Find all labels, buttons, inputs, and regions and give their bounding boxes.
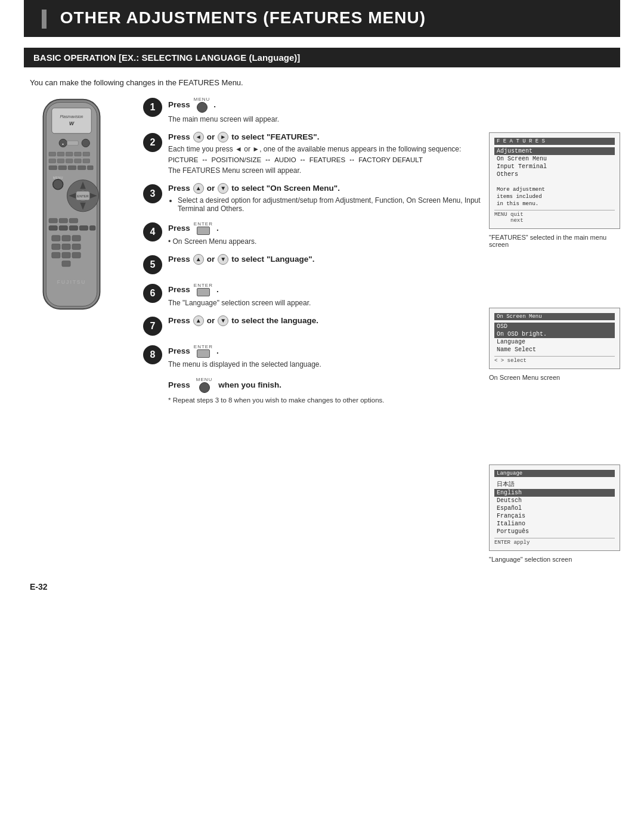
svg-rect-42 bbox=[52, 235, 60, 241]
step2-desc: Each time you press ◄ or ►, one of the a… bbox=[168, 145, 483, 153]
step1-press: Press bbox=[168, 100, 190, 109]
steps-column: 1 Press MENU . The main menu screen will… bbox=[143, 97, 489, 570]
svg-rect-40 bbox=[79, 225, 88, 230]
step-4: 4 Press ENTER . • On Screen Menu appears… bbox=[143, 221, 483, 246]
svg-rect-23 bbox=[88, 166, 94, 170]
enter-button-8: ENTER bbox=[194, 344, 213, 358]
remote-control-image: Plasmavision W ● bbox=[24, 97, 119, 323]
menu-button-final: MENU bbox=[196, 377, 213, 393]
step-6: 6 Press ENTER . The "Language" selection… bbox=[143, 283, 483, 307]
svg-rect-16 bbox=[66, 159, 73, 163]
svg-text:FUJITSU: FUJITSU bbox=[57, 278, 86, 284]
language-screen: Language 日本語 English Deutsch Español Fra… bbox=[489, 465, 620, 551]
svg-rect-14 bbox=[49, 159, 55, 163]
step3-desc: Select a desired option for adjustment/s… bbox=[168, 196, 483, 213]
svg-rect-41 bbox=[89, 225, 95, 230]
svg-point-25 bbox=[53, 179, 63, 189]
step4-desc: • On Screen Menu appears. bbox=[168, 237, 483, 246]
svg-text:Plasmavision: Plasmavision bbox=[60, 114, 83, 119]
step-5: 5 Press ▲ or ▼ to select "Language". bbox=[143, 254, 483, 274]
svg-rect-46 bbox=[62, 244, 70, 250]
sequence-line: PICTURE ↔ POSITION/SIZE ↔ AUDIO ↔ FEATUR… bbox=[168, 156, 483, 164]
svg-rect-49 bbox=[62, 252, 70, 258]
step-3: 3 Press ▲ or ▼ to select "On Screen Menu… bbox=[143, 183, 483, 213]
language-screen-caption: "Language" selection screen bbox=[489, 556, 620, 563]
svg-rect-38 bbox=[59, 225, 67, 230]
svg-rect-15 bbox=[57, 159, 64, 163]
content-layout: Plasmavision W ● bbox=[24, 97, 620, 570]
svg-rect-35 bbox=[59, 218, 67, 223]
svg-rect-17 bbox=[75, 159, 81, 163]
svg-rect-10 bbox=[57, 152, 64, 156]
svg-rect-51 bbox=[62, 261, 70, 267]
svg-rect-37 bbox=[49, 225, 57, 230]
svg-rect-20 bbox=[58, 166, 66, 170]
svg-rect-48 bbox=[52, 252, 60, 258]
arrow-right-btn-2: ► bbox=[218, 132, 228, 143]
arrow-down-btn-5: ▼ bbox=[218, 254, 228, 265]
svg-rect-44 bbox=[72, 235, 80, 241]
arrow-left-btn-2: ◄ bbox=[193, 132, 204, 143]
final-press: Press MENU when you finish. bbox=[168, 377, 483, 393]
svg-point-8 bbox=[82, 139, 89, 147]
svg-rect-34 bbox=[49, 218, 57, 223]
onscreen-screen-caption: On Screen Menu screen bbox=[489, 374, 620, 381]
svg-rect-39 bbox=[69, 225, 78, 230]
features-screen: F E A T U R E S Adjustment On Screen Men… bbox=[489, 132, 620, 229]
svg-rect-21 bbox=[68, 166, 76, 170]
enter-button-6: ENTER bbox=[194, 283, 213, 296]
remote-control-col: Plasmavision W ● bbox=[24, 97, 131, 570]
arrow-up-btn-5: ▲ bbox=[193, 254, 204, 265]
svg-rect-43 bbox=[62, 235, 70, 241]
step1-desc: The main menu screen will appear. bbox=[168, 115, 483, 123]
svg-rect-18 bbox=[83, 159, 89, 163]
arrow-down-btn-7: ▼ bbox=[218, 315, 228, 326]
section-header: BASIC OPERATION [EX.: SELECTING LANGUAGE… bbox=[24, 48, 620, 67]
screens-column: F E A T U R E S Adjustment On Screen Men… bbox=[489, 97, 620, 570]
step6-desc: The "Language" selection screen will app… bbox=[168, 299, 483, 307]
step-1: 1 Press MENU . The main menu screen will… bbox=[143, 97, 483, 123]
svg-text:W: W bbox=[69, 120, 75, 126]
svg-text:MENU: MENU bbox=[53, 175, 63, 179]
menu-button-1: MENU bbox=[194, 97, 210, 113]
main-title: OTHER ADJUSTMENTS (FEATURES MENU) bbox=[24, 0, 620, 37]
step8-desc: The menu is displayed in the selected la… bbox=[168, 360, 483, 368]
svg-rect-19 bbox=[49, 166, 57, 170]
step-2: 2 Press ◄ or ► to select "FEATURES". Eac… bbox=[143, 132, 483, 175]
arrow-up-btn-7: ▲ bbox=[193, 315, 204, 326]
onscreen-screen: On Screen Menu OSD On OSD bright. Langua… bbox=[489, 308, 620, 369]
step-7: 7 Press ▲ or ▼ to select the language. bbox=[143, 315, 483, 336]
features-screen-caption: "FEATURES" selected in the main menu scr… bbox=[489, 234, 620, 248]
svg-text:ENTER: ENTER bbox=[77, 194, 88, 198]
svg-rect-36 bbox=[69, 218, 78, 223]
arrow-up-btn-3: ▲ bbox=[193, 183, 204, 194]
svg-rect-50 bbox=[72, 252, 80, 258]
svg-rect-12 bbox=[75, 152, 81, 156]
page-number: E-32 bbox=[24, 582, 620, 592]
svg-text:●: ● bbox=[62, 142, 64, 145]
svg-rect-9 bbox=[49, 152, 55, 156]
arrow-down-btn-3: ▼ bbox=[218, 183, 228, 194]
svg-rect-13 bbox=[83, 152, 89, 156]
repeat-note: * Repeat steps 3 to 8 when you wish to m… bbox=[168, 397, 483, 404]
enter-button-4: ENTER bbox=[194, 221, 213, 235]
intro-text: You can make the following changes in th… bbox=[24, 78, 620, 87]
svg-rect-7 bbox=[67, 141, 78, 145]
svg-rect-11 bbox=[66, 152, 73, 156]
step-8: 8 Press ENTER . The menu is displayed in… bbox=[143, 344, 483, 368]
svg-rect-22 bbox=[78, 166, 85, 170]
svg-rect-47 bbox=[72, 244, 80, 250]
svg-rect-45 bbox=[52, 244, 60, 250]
